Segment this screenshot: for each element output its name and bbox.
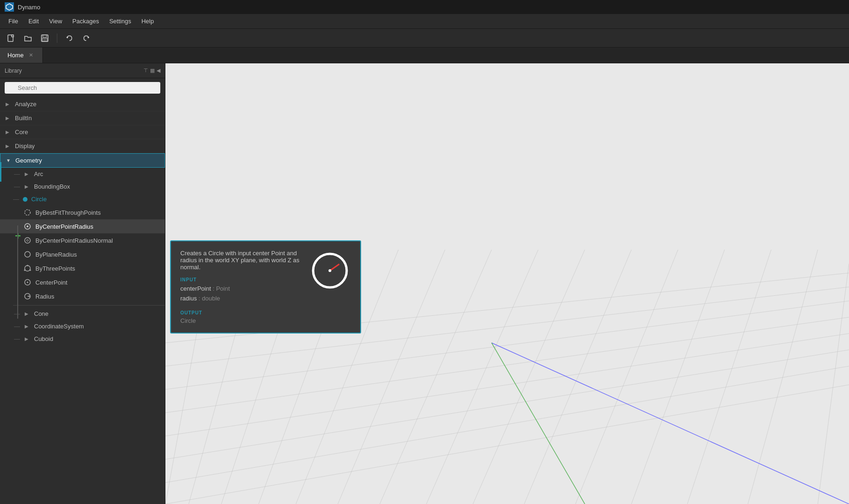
svg-point-16 — [25, 266, 30, 271]
app-title: Dynamo — [18, 4, 40, 11]
boundingbox-label: BoundingBox — [34, 183, 70, 190]
sidebar-item-core[interactable]: ▶ Core — [0, 125, 165, 139]
input-0-type-val: Point — [216, 285, 230, 292]
circle-divider — [13, 305, 165, 306]
save-button[interactable] — [38, 32, 51, 45]
method-radius[interactable]: Radius — [0, 289, 165, 303]
collapse-icon[interactable]: ◀ — [157, 68, 160, 74]
canvas-area[interactable]: 4 5 — [165, 63, 849, 504]
byplaneradius-icon — [23, 250, 32, 259]
display-chevron: ▶ — [6, 143, 11, 149]
library-header: Library ⊤ ▦ ◀ — [0, 63, 165, 78]
vertical-connector — [17, 225, 18, 319]
undo-button[interactable] — [63, 32, 76, 45]
bybestfit-label: ByBestFitThroughPoints — [35, 209, 101, 216]
tab-home-label: Home — [7, 52, 24, 59]
tooltip-input-1: radius : double — [180, 294, 301, 304]
method-centerpoint[interactable]: CenterPoint — [0, 275, 165, 289]
svg-point-17 — [27, 265, 28, 266]
menu-packages[interactable]: Packages — [68, 16, 103, 27]
menu-help[interactable]: Help — [137, 16, 158, 27]
title-bar: Dynamo — [0, 0, 849, 14]
menu-edit[interactable]: Edit — [24, 16, 43, 27]
svg-point-21 — [27, 282, 28, 283]
svg-rect-7 — [43, 39, 46, 41]
sidebar: Library ⊤ ▦ ◀ 🔍 ▶ Analyze ▶ B — [0, 63, 165, 504]
builtin-label: BuiltIn — [15, 115, 32, 122]
tooltip-text-area: Creates a Circle with input center Point… — [180, 250, 301, 324]
bycenterpointnormal-icon — [23, 236, 32, 245]
view-icon[interactable]: ▦ — [150, 68, 155, 74]
arc-chevron: ▶ — [25, 171, 30, 177]
geometry-label: Geometry — [15, 157, 42, 164]
open-button[interactable] — [21, 32, 34, 45]
display-label: Display — [15, 143, 35, 150]
sidebar-item-display[interactable]: ▶ Display — [0, 139, 165, 153]
coordinatesystem-label: CoordinateSystem — [34, 323, 84, 330]
sidebar-item-geometry[interactable]: ▼ Geometry — [0, 153, 165, 168]
boundingbox-chevron: ▶ — [25, 184, 30, 189]
cuboid-label: Cuboid — [34, 335, 53, 342]
library-controls: ⊤ ▦ ◀ — [144, 68, 160, 74]
sidebar-item-builtin[interactable]: ▶ BuiltIn — [0, 111, 165, 125]
toolbar — [0, 29, 849, 48]
redo-button[interactable] — [80, 32, 93, 45]
filter-icon[interactable]: ⊤ — [144, 68, 148, 74]
menu-file[interactable]: File — [4, 16, 23, 27]
method-bythreepoints[interactable]: ByThreePoints — [0, 261, 165, 275]
radius-label: Radius — [35, 293, 54, 300]
centerpoint-icon — [23, 278, 32, 286]
svg-point-18 — [24, 270, 26, 271]
svg-point-15 — [25, 252, 30, 257]
bycenterpoint-icon — [23, 222, 32, 231]
method-bycenterpointnormal[interactable]: ByCenterPointRadiusNormal — [0, 233, 165, 247]
tab-home[interactable]: Home ✕ — [0, 48, 43, 63]
sidebar-item-arc[interactable]: — ▶ Arc — [0, 168, 165, 180]
tab-close-button[interactable]: ✕ — [27, 52, 35, 59]
svg-point-10 — [25, 210, 30, 215]
sidebar-item-cuboid[interactable]: — ▶ Cuboid — [0, 333, 165, 345]
method-bycenterpoint[interactable]: ByCenterPointRadius — [0, 219, 165, 233]
bycenterpoint-label: ByCenterPointRadius — [35, 223, 93, 230]
tooltip-input-0: centerPoint : Point — [180, 284, 301, 294]
radius-icon — [23, 292, 32, 300]
method-bybestfit[interactable]: ByBestFitThroughPoints — [0, 205, 165, 219]
library-tree: ▶ Analyze ▶ BuiltIn ▶ Core ▶ Display ▼ G — [0, 97, 165, 504]
menu-settings[interactable]: Settings — [104, 16, 136, 27]
arc-label: Arc — [34, 170, 43, 177]
library-title: Library — [5, 68, 22, 74]
circle-dash: — — [13, 196, 19, 203]
bybestfit-icon — [23, 208, 32, 217]
toolbar-separator — [57, 34, 57, 43]
tooltip-output-label: OUTPUT — [180, 310, 301, 315]
app-logo — [5, 2, 14, 12]
sidebar-item-coordinatesystem[interactable]: — ▶ CoordinateSystem — [0, 320, 165, 333]
input-0-name: centerPoint — [180, 285, 211, 292]
analyze-chevron: ▶ — [6, 102, 11, 107]
sidebar-item-boundingbox[interactable]: — ▶ BoundingBox — [0, 180, 165, 193]
svg-point-51 — [329, 269, 331, 272]
tooltip-circle-icon — [309, 250, 351, 292]
cone-chevron: ▶ — [25, 311, 30, 316]
input-0-type: : — [212, 285, 216, 292]
search-input[interactable] — [5, 82, 160, 94]
method-byplaneradius[interactable]: ByPlaneRadius — [0, 247, 165, 261]
svg-point-14 — [27, 239, 28, 241]
sidebar-item-circle[interactable]: — Circle — [0, 193, 165, 205]
core-chevron: ▶ — [6, 129, 11, 135]
boundingbox-dash: — — [14, 183, 20, 190]
coordinatesystem-dash: — — [14, 323, 20, 330]
bycenterpointnormal-label: ByCenterPointRadiusNormal — [35, 237, 113, 244]
centerpoint-label: CenterPoint — [35, 279, 68, 286]
new-button[interactable] — [5, 32, 18, 45]
tooltip-output-val: Circle — [180, 317, 301, 324]
cuboid-dash: — — [14, 335, 20, 342]
svg-line-50 — [330, 264, 339, 271]
sidebar-item-cone[interactable]: — ▶ Cone — [0, 307, 165, 320]
menu-view[interactable]: View — [44, 16, 67, 27]
sidebar-item-analyze[interactable]: ▶ Analyze — [0, 97, 165, 111]
builtin-chevron: ▶ — [6, 116, 11, 121]
svg-point-12 — [27, 225, 28, 227]
input-1-type-val: double — [202, 295, 220, 302]
arc-dash: — — [14, 170, 20, 177]
